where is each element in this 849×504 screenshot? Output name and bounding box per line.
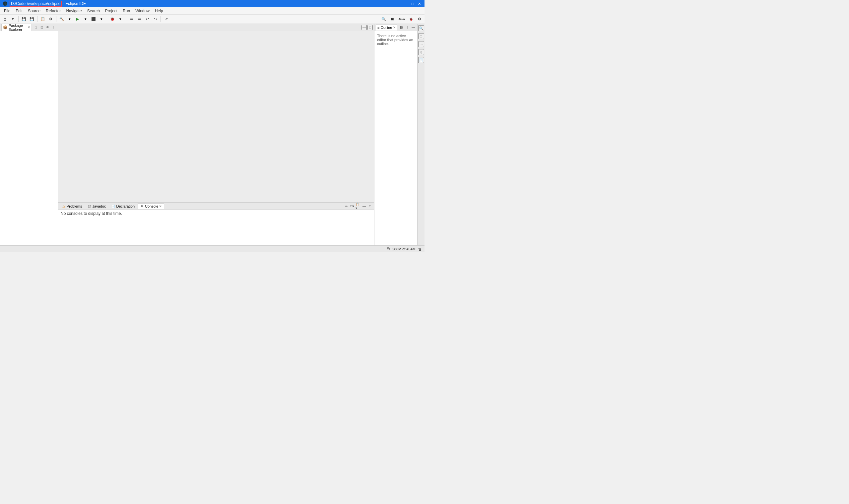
menu-search[interactable]: Search bbox=[85, 8, 103, 14]
editor-minimize-btn[interactable]: — bbox=[361, 25, 367, 30]
eclipse-logo-icon: 🌑 bbox=[3, 1, 7, 6]
toolbar-run-btn[interactable]: ▶ bbox=[74, 16, 81, 23]
tab-declaration[interactable]: 📄 Declaration bbox=[109, 203, 137, 209]
editor-maximize-btn[interactable]: □ bbox=[367, 25, 373, 30]
toolbar-nav-back-btn[interactable]: ↩ bbox=[144, 16, 151, 23]
toolbar-nav-forward-btn[interactable]: ↪ bbox=[151, 16, 159, 23]
console-display-btn[interactable]: □▾ bbox=[349, 203, 355, 209]
toolbar-props-btn[interactable]: ⚙ bbox=[47, 16, 54, 23]
toolbar-external-btn[interactable]: ↗ bbox=[163, 16, 170, 23]
tab-javadoc[interactable]: @ Javadoc bbox=[85, 203, 108, 209]
pkg-more-btn[interactable]: ⋮ bbox=[51, 25, 56, 30]
toolbar-build-dropdown[interactable]: ▾ bbox=[66, 16, 73, 23]
minimize-button[interactable]: — bbox=[403, 1, 409, 6]
menu-file[interactable]: File bbox=[1, 8, 13, 14]
toolbar-run-dropdown[interactable]: ▾ bbox=[82, 16, 89, 23]
toolbar-save-all-btn[interactable]: 💾 bbox=[28, 16, 35, 23]
close-button[interactable]: ✕ bbox=[417, 1, 422, 6]
toolbar: 🗒 ▾ 💾 💾 📋 ⚙ 🔨 ▾ ▶ ▾ ⬛ ▾ 🐞 ▾ ⬅ ➡ ↩ ↪ ↗ 🔍 … bbox=[0, 15, 424, 24]
toolbar-stop-dropdown[interactable]: ▾ bbox=[98, 16, 105, 23]
toolbar-debug-dropdown[interactable]: ▾ bbox=[117, 16, 124, 23]
outline-tab[interactable]: ≡ Outline ✕ bbox=[376, 24, 397, 31]
toolbar-back-btn[interactable]: ⬅ bbox=[128, 16, 135, 23]
title-bar-title: D:\Coder\workspace\eclipse - Eclipse IDE bbox=[10, 1, 86, 6]
javadoc-icon: @ bbox=[87, 204, 91, 208]
bottom-panel: ⚠ Problems @ Javadoc 📄 Declaration 🖥 Con… bbox=[58, 202, 374, 245]
toolbar-stop-btn[interactable]: ⬛ bbox=[90, 16, 97, 23]
outline-message: There is no active editor that provides … bbox=[377, 34, 413, 46]
right-sidebar: 🔍 □ ⋯ ♫ 📄 bbox=[417, 24, 424, 245]
heap-text: 288M of 454M bbox=[392, 247, 416, 251]
main-area: 📦 Package Explorer ✕ □ ⊡ 👁 ⋮ — □ bbox=[0, 24, 424, 245]
workspace-path: D:\Coder\workspace\eclipse bbox=[10, 1, 62, 7]
outline-sync-btn[interactable]: ⊡ bbox=[399, 25, 404, 30]
sidebar-audio-btn[interactable]: ♫ bbox=[418, 49, 424, 55]
package-explorer-label: Package Explorer bbox=[8, 24, 26, 32]
toolbar-build-btn[interactable]: 🔨 bbox=[58, 16, 65, 23]
console-close-btn[interactable]: ✕ bbox=[159, 204, 162, 208]
toolbar-sep-4 bbox=[107, 16, 107, 22]
menu-bar: File Edit Source Refactor Navigate Searc… bbox=[0, 7, 424, 15]
sidebar-layout-btn[interactable]: □ bbox=[418, 33, 424, 39]
bottom-panel-actions: ⇒ □▾ 📋▾ — □ bbox=[344, 203, 373, 209]
heap-icon: ⛁ bbox=[387, 247, 390, 251]
status-bar: ⛁ 288M of 454M 🗑 bbox=[0, 245, 424, 252]
menu-refactor[interactable]: Refactor bbox=[43, 8, 64, 14]
toolbar-search-btn[interactable]: 🔍 bbox=[380, 16, 387, 23]
toolbar-sep-6 bbox=[161, 16, 161, 22]
console-pin-btn[interactable]: ⇒ bbox=[344, 203, 349, 209]
problems-icon: ⚠ bbox=[62, 204, 66, 208]
declaration-label: Declaration bbox=[116, 204, 134, 208]
toolbar-debug-btn[interactable]: 🐞 bbox=[109, 16, 116, 23]
menu-source[interactable]: Source bbox=[25, 8, 43, 14]
javadoc-label: Javadoc bbox=[92, 204, 106, 208]
package-explorer-panel: 📦 Package Explorer ✕ □ ⊡ 👁 ⋮ bbox=[0, 24, 58, 245]
sidebar-more-btn[interactable]: ⋯ bbox=[418, 41, 424, 47]
pkg-sync-btn[interactable]: ⊡ bbox=[39, 25, 44, 30]
package-explorer-icon: 📦 bbox=[3, 25, 7, 30]
outline-close-btn[interactable]: ✕ bbox=[393, 25, 396, 29]
outline-menu-btn[interactable]: ⋮ bbox=[404, 25, 410, 30]
tab-console[interactable]: 🖥 Console ✕ bbox=[138, 203, 164, 209]
package-explorer-actions: □ ⊡ 👁 ⋮ bbox=[33, 25, 56, 30]
outline-panel: ≡ Outline ✕ ⊡ ⋮ — □ There is no active e… bbox=[374, 24, 417, 245]
sidebar-perspectives-btn[interactable]: 🔍 bbox=[418, 25, 424, 31]
pkg-collapse-btn[interactable]: □ bbox=[33, 25, 38, 30]
toolbar-perspectives-btn[interactable]: ⊞ bbox=[389, 16, 396, 23]
outline-minimize-btn[interactable]: — bbox=[411, 25, 416, 30]
package-explorer-header: 📦 Package Explorer ✕ □ ⊡ 👁 ⋮ bbox=[0, 24, 58, 31]
pkg-view-menu-btn[interactable]: 👁 bbox=[45, 25, 50, 30]
toolbar-print-btn[interactable]: 📋 bbox=[39, 16, 47, 23]
console-new-btn[interactable]: 📋▾ bbox=[356, 203, 361, 209]
menu-window[interactable]: Window bbox=[133, 8, 152, 14]
bottom-minimize-btn[interactable]: — bbox=[361, 203, 367, 209]
outline-body: There is no active editor that provides … bbox=[375, 31, 417, 245]
menu-edit[interactable]: Edit bbox=[13, 8, 25, 14]
outline-icon: ≡ bbox=[377, 25, 379, 30]
sidebar-doc-btn[interactable]: 📄 bbox=[418, 57, 424, 63]
menu-project[interactable]: Project bbox=[103, 8, 120, 14]
title-bar: 🌑 D:\Coder\workspace\eclipse - Eclipse I… bbox=[0, 0, 424, 7]
bottom-maximize-btn[interactable]: □ bbox=[367, 203, 373, 209]
console-body: No consoles to display at this time. bbox=[58, 210, 374, 245]
outline-label: Outline bbox=[380, 25, 392, 30]
toolbar-new-btn[interactable]: 🗒 bbox=[1, 16, 8, 23]
package-explorer-close[interactable]: ✕ bbox=[28, 25, 30, 29]
editor-body[interactable] bbox=[58, 31, 374, 202]
menu-navigate[interactable]: Navigate bbox=[64, 8, 84, 14]
menu-help[interactable]: Help bbox=[152, 8, 166, 14]
toolbar-persp-java-btn[interactable]: Java bbox=[397, 16, 406, 23]
gc-icon[interactable]: 🗑 bbox=[418, 247, 422, 251]
toolbar-sep-5 bbox=[126, 16, 126, 22]
menu-run[interactable]: Run bbox=[120, 8, 133, 14]
toolbar-forward-btn[interactable]: ➡ bbox=[136, 16, 143, 23]
console-label: Console bbox=[145, 204, 158, 208]
toolbar-persp-debug-btn[interactable]: 🐞 bbox=[407, 16, 415, 23]
title-bar-left: 🌑 D:\Coder\workspace\eclipse - Eclipse I… bbox=[3, 1, 86, 6]
toolbar-persp-config-btn[interactable]: ⚙ bbox=[416, 16, 423, 23]
console-icon: 🖥 bbox=[140, 204, 144, 208]
toolbar-new-dropdown[interactable]: ▾ bbox=[9, 16, 17, 23]
toolbar-save-btn[interactable]: 💾 bbox=[20, 16, 28, 23]
tab-problems[interactable]: ⚠ Problems bbox=[59, 203, 84, 209]
maximize-button[interactable]: □ bbox=[410, 1, 415, 6]
